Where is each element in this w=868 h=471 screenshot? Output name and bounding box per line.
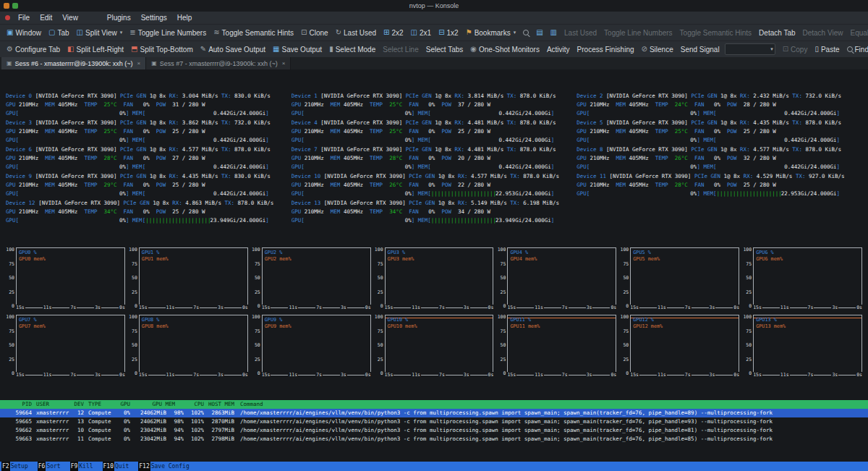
search-icon[interactable] (519, 25, 532, 40)
device-block-13: Device 13 [NVIDIA GeForce RTX 3090] PCIe… (292, 199, 577, 226)
one-shot-icon: ◉ (470, 46, 477, 53)
gpu-graph-13: 1007550250GPU13 %GPU13 mem%15s11s7s3s0s (743, 315, 862, 375)
clone-icon: ⊡ (301, 29, 307, 36)
gpu-util-meter: 0% (305, 109, 412, 118)
fkey-f9[interactable]: F9Kill (70, 462, 95, 471)
toolbar-find[interactable]: Find... (843, 42, 868, 56)
toolbar-split-view[interactable]: ◫Split View▾ (73, 25, 127, 40)
toolbar-paste[interactable]: ▯Paste (811, 42, 843, 56)
tab-session-0[interactable]: ▣Sess #6 - xmasterrrr@i9-13900k: xxh (~)… (1, 57, 146, 69)
field-value: 210MHz (305, 101, 331, 108)
device-meters-line: GPU[0%] MEM[||||||||||||||||||||||||||||… (292, 216, 577, 225)
toolbar-activity[interactable]: Activity (543, 42, 574, 56)
menu-file[interactable]: File (13, 14, 35, 22)
toolbar-select-tabs[interactable]: Select Tabs (422, 42, 467, 56)
x-tick-label: 7s (438, 372, 446, 378)
x-tick-label: 15s (261, 372, 271, 378)
mem-bar-fill (145, 136, 213, 145)
menu-help[interactable]: Help (172, 14, 197, 22)
field-label: GPU[ (6, 164, 19, 170)
field-value: 210MHz (590, 182, 616, 188)
device-title-line: Device 11 [NVIDIA GeForce RTX 3090] PCIe… (576, 172, 862, 181)
folder-closed-icon[interactable]: ▤ (532, 25, 546, 40)
field-value: 0.442Gi/24.000Gi (213, 190, 265, 198)
fkey-f6[interactable]: F6Sort (38, 462, 63, 471)
toolbar-tab[interactable]: ▢Tab (45, 25, 73, 40)
fkey-f12[interactable]: F12Save Config (138, 462, 191, 471)
toolbar-bookmarks[interactable]: ⚑Bookmarks▾ (462, 25, 520, 40)
gpu-util-meter: 0% (19, 136, 126, 145)
y-tick-label: 0 (258, 304, 260, 308)
toolbar-process-finishing[interactable]: Process Finishing (574, 42, 638, 56)
process-row[interactable]: 59664xmasterrrr12Compute0%24062MiB98%102… (0, 409, 868, 417)
toolbar-one-shot-monitors[interactable]: ◉One-Shot Monitors (467, 42, 543, 56)
field-value: 0% (714, 128, 727, 135)
column-header: HOST MEM (204, 400, 234, 409)
process-row[interactable]: 59663xmasterrrr11Compute0%23042MiB94%102… (0, 435, 868, 444)
y-axis-labels: 1007550250 (620, 247, 630, 308)
toolbar-1x2[interactable]: ⊟1x2 (435, 25, 462, 40)
table-cell: 11 (69, 435, 84, 444)
field-label: TEMP (370, 155, 389, 161)
process-table: PIDUSERDEVTYPEGPUGPU MEMCPUHOST MEMComma… (0, 400, 868, 444)
field-label: TX: (507, 93, 520, 99)
x-tick-label: 15s (506, 305, 516, 310)
field-label: MEM[ (132, 164, 145, 170)
titlebar[interactable]: nvtop — Konsole (0, 0, 868, 12)
y-tick-label: 100 (129, 247, 137, 252)
fkey-f2[interactable]: F2Setup (1, 462, 30, 471)
toolbar-configure-tab[interactable]: ⚙Configure Tab (3, 42, 64, 56)
field-value: 405MHz (344, 128, 370, 135)
field-value: 405MHz (58, 155, 84, 161)
field-label: GPU (576, 101, 590, 108)
graph-plot-area: GPU1 %GPU1 mem%15s11s7s3s0s (139, 247, 248, 308)
field-label: POW (156, 208, 173, 215)
toolbar-send-signal[interactable]: Send Signal▾ (677, 42, 779, 56)
toolbar-split-left-right[interactable]: ◧Split Left-Right (64, 42, 127, 56)
toolbar-2x1[interactable]: ◫2x1 (407, 25, 435, 40)
toolbar-label: 2x1 (420, 29, 431, 37)
table-cell: 12 (69, 409, 84, 417)
gpu-util-meter: 0% (590, 163, 697, 171)
close-icon[interactable]: × (282, 60, 286, 67)
toolbar-detach-tab[interactable]: Detach Tab (755, 25, 799, 40)
tab-session-1[interactable]: ▣Sess #7 - xmasterrrr@i9-13900k: xxh (~)… (146, 57, 291, 69)
toolbar-split-top-bottom[interactable]: ◧Split Top-Bottom (127, 42, 197, 56)
y-axis-labels: 1007550250 (497, 315, 507, 375)
close-icon[interactable]: × (137, 60, 141, 67)
toolbar-2x2[interactable]: ⊞2x2 (380, 25, 407, 40)
toolbar-select-mode[interactable]: ▮Select Mode (326, 42, 379, 56)
menu-edit[interactable]: Edit (35, 14, 57, 22)
field-value: [NVIDIA GeForce RTX 3090] (606, 93, 691, 99)
menu-plugins[interactable]: Plugins (102, 14, 136, 22)
field-value: 1@ 8x (435, 119, 454, 126)
terminal-area[interactable]: Device 0 [NVIDIA GeForce RTX 3090] PCIe … (0, 69, 868, 463)
toolbar-save-output[interactable]: ▦Save Output (269, 42, 326, 56)
process-row[interactable]: 59665xmasterrrr13Compute0%24062MiB98%101… (0, 417, 868, 426)
send-signal-combobox[interactable]: ▾ (725, 43, 775, 55)
x-tick-label: 11s (534, 305, 544, 310)
field-label: MEM[ (703, 190, 716, 197)
toolbar-last-used[interactable]: ↻Last Used (332, 25, 380, 40)
menu-settings[interactable]: Settings (136, 14, 172, 22)
gpu-util-meter: 0% (305, 136, 412, 145)
mem-bar-fill (145, 163, 213, 171)
field-label: Device 12 (6, 200, 38, 206)
folder-open-icon[interactable]: ▥ (547, 25, 561, 40)
toolbar-toggle-semantic-hints[interactable]: ≋Toggle Semantic Hints (210, 25, 297, 40)
field-value: 405MHz (344, 101, 370, 108)
toolbar-clone[interactable]: ⊡Clone (297, 25, 332, 40)
x-tick-label: 11s (657, 372, 667, 378)
select-mode-icon: ▮ (329, 46, 333, 53)
y-tick-label: 75 (623, 262, 629, 266)
process-row[interactable]: 59662xmasterrrr10Compute0%23042MiB94%102… (0, 426, 868, 435)
toolbar-auto-save-output[interactable]: ✎Auto Save Output (197, 42, 269, 56)
fkey-f10[interactable]: F10Quit (103, 462, 132, 471)
field-value: 0% (428, 101, 441, 108)
y-tick-label: 0 (626, 371, 629, 375)
toolbar-toggle-line-numbers[interactable]: ≣Toggle Line Numbers (126, 25, 210, 40)
toolbar-window[interactable]: ▣Window (3, 25, 45, 40)
x-axis-labels: 15s11s7s3s0s (384, 305, 495, 310)
menu-view[interactable]: View (57, 14, 83, 22)
toolbar-silence[interactable]: ⊘Silence (638, 42, 677, 56)
